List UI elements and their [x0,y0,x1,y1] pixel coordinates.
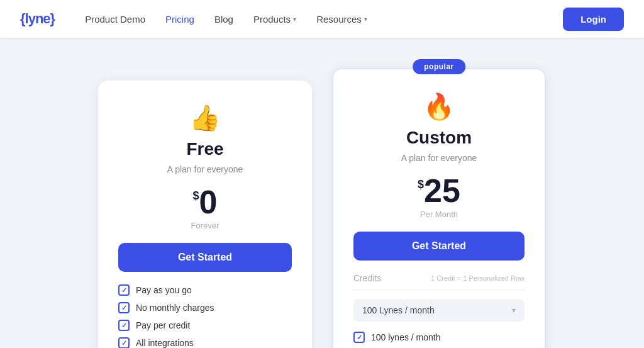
nav-links: Product Demo Pricing Blog Products ▾ Res… [85,14,563,25]
credits-label: Credits [353,273,381,283]
free-price-period: Forever [118,221,292,230]
chevron-down-icon: ▾ [512,306,516,315]
free-plan-card: 👍 Free A plan for everyone $ 0 Forever G… [98,81,312,348]
custom-price-amount: 25 [424,174,460,207]
check-icon [118,320,130,331]
custom-plan-subtitle: A plan for everyone [353,153,525,163]
logo[interactable]: {lyne} [20,11,55,27]
free-plan-icon: 👍 [118,103,292,133]
nav-right: Login [563,8,624,31]
credits-note: 1 Credit = 1 Personalized Row [431,274,525,282]
nav-blog[interactable]: Blog [214,14,233,25]
custom-price-period: Per Month [353,210,525,219]
free-price-amount: 0 [199,186,218,218]
free-plan-title: Free [118,139,292,159]
login-button[interactable]: Login [563,8,624,31]
nav-pricing[interactable]: Pricing [165,14,194,25]
list-item: No monthly charges [118,302,292,313]
free-feature-list: Pay as you go No monthly charges Pay per… [118,284,292,348]
list-item: All integrations [118,337,292,348]
list-item: Pay as you go [118,284,292,296]
free-get-started-button[interactable]: Get Started [118,243,292,272]
custom-price-dollar: $ [418,178,424,191]
nav-products[interactable]: Products ▾ [253,14,296,25]
chevron-down-icon: ▾ [293,16,296,23]
free-price-dollar: $ [193,189,199,203]
list-item: Pay per credit [118,320,292,331]
check-icon [118,284,130,296]
custom-feature-list: 100 lynes / month $0.05 / lyne Credits R… [353,332,525,348]
navbar: {lyne} Product Demo Pricing Blog Product… [0,0,644,38]
divider [353,289,525,290]
free-plan-subtitle: A plan for everyone [118,164,292,174]
chevron-down-icon: ▾ [364,16,367,23]
custom-plan-title: Custom [353,128,525,148]
free-price-row: $ 0 [118,186,292,218]
custom-price-row: $ 25 [353,174,525,207]
nav-product-demo[interactable]: Product Demo [85,14,145,25]
custom-plan-card: popular 🔥 Custom A plan for everyone $ 2… [332,68,546,348]
custom-plan-icon: 🔥 [353,92,525,121]
check-icon [118,302,130,313]
credits-selector[interactable]: 100 Lynes / month ▾ [353,299,525,322]
credits-header: Credits 1 Credit = 1 Personalized Row [353,273,525,283]
custom-get-started-button[interactable]: Get Started [353,232,525,261]
main-content: 👍 Free A plan for everyone $ 0 Forever G… [0,38,644,348]
check-icon [353,332,365,343]
check-icon [118,337,130,348]
popular-badge: popular [413,59,465,74]
list-item: 100 lynes / month [353,332,525,343]
nav-resources[interactable]: Resources ▾ [316,14,367,25]
